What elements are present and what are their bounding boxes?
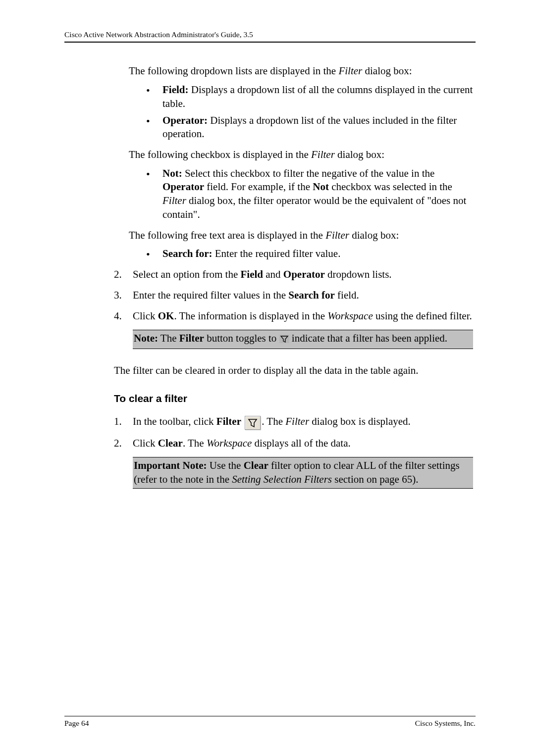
header-title: Cisco Active Network Abstraction Adminis… [64,30,253,39]
intro-paragraph-1: The following dropdown lists are display… [129,64,473,78]
text-area-bullets: Search for: Enter the required filter va… [144,247,473,261]
clear-step-2: 2. Click Clear. The Workspace displays a… [114,437,473,451]
dropdown-list-bullets: Field: Displays a dropdown list of all t… [144,83,473,141]
bullet-operator: Operator: Displays a dropdown list of th… [144,114,473,141]
bullet-field: Field: Displays a dropdown list of all t… [144,83,473,110]
note-filter-applied: Note: The Filter button toggles to indic… [133,330,473,349]
clear-steps-list: 1. In the toolbar, click Filter . The Fi… [114,415,473,450]
footer-page-number: Page 64 [64,718,89,728]
filter-active-icon [279,333,289,347]
checkbox-bullets: Not: Select this checkbox to filter the … [144,167,473,222]
step-3: 3. Enter the required filter values in t… [114,289,473,302]
page-content: The following dropdown lists are display… [114,64,473,488]
steps-list: 2. Select an option from the Field and O… [114,268,473,323]
bullet-not: Not: Select this checkbox to filter the … [144,167,473,222]
svg-marker-2 [249,419,257,427]
page-footer: Page 64 Cisco Systems, Inc. [64,716,476,728]
footer-company: Cisco Systems, Inc. [415,718,476,728]
clear-filter-intro: The filter can be cleared in order to di… [114,364,473,378]
step-4: 4. Click OK. The information is displaye… [114,309,473,323]
step1-continued: The following dropdown lists are display… [129,64,473,261]
intro-paragraph-3: The following free text area is displaye… [129,229,473,243]
page-header: Cisco Active Network Abstraction Adminis… [64,30,476,43]
note-important: Important Note: Use the Clear filter opt… [133,457,473,488]
filter-toolbar-icon [245,416,261,430]
step-2: 2. Select an option from the Field and O… [114,268,473,282]
bullet-search-for: Search for: Enter the required filter va… [144,247,473,261]
heading-clear-filter: To clear a filter [114,392,473,405]
clear-step-1: 1. In the toolbar, click Filter . The Fi… [114,415,473,429]
intro-paragraph-2: The following checkbox is displayed in t… [129,148,473,162]
